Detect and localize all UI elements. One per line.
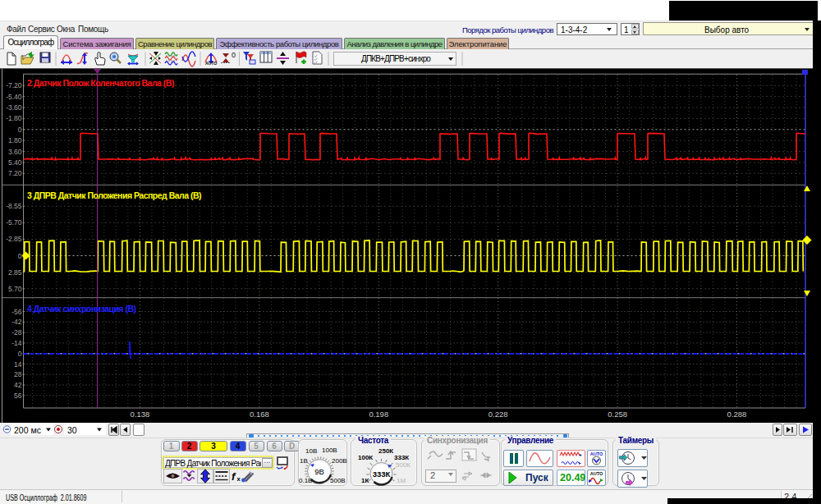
svg-text:-5.40: -5.40 [6,93,22,101]
svg-text:-56: -56 [11,308,22,316]
svg-text:0: 0 [18,252,22,260]
svg-text:500К: 500К [396,461,410,469]
svg-text:42: 42 [14,381,22,389]
svg-text:1М: 1М [397,477,406,484]
svg-text:3 ДПРВ Датчик Положения Распре: 3 ДПРВ Датчик Положения Распред Вала (В) [27,190,201,200]
svg-text:100К: 100К [358,454,373,461]
svg-text:0.138: 0.138 [131,410,150,419]
svg-text:-2.85: -2.85 [6,235,22,243]
svg-text:1.80: 1.80 [8,136,22,144]
svg-text:-14: -14 [11,339,22,347]
svg-text:200В: 200В [332,457,347,465]
svg-text:100В: 100В [322,447,337,454]
svg-text:-7.20: -7.20 [6,81,22,89]
svg-text:0.1В: 0.1В [299,477,312,484]
svg-text:2 Датчик Полож Коленчатого Вал: 2 Датчик Полож Коленчатого Вала (В) [27,78,174,88]
svg-text:1К: 1К [361,477,369,484]
svg-text:250К: 250К [378,447,393,455]
svg-text:-1.80: -1.80 [6,114,22,122]
svg-text:x: x [237,475,241,483]
svg-text:AUTO: AUTO [205,61,217,66]
svg-text:-28: -28 [11,328,22,337]
svg-text:333К: 333К [394,454,409,461]
svg-text:500В: 500В [330,477,346,484]
svg-text:10В: 10В [305,447,317,455]
svg-text:f: f [232,470,236,483]
svg-text:0.258: 0.258 [608,410,627,419]
svg-text:-8.55: -8.55 [6,202,22,210]
svg-text:0.198: 0.198 [369,410,388,419]
svg-text:14: 14 [14,360,22,369]
svg-text:7.20: 7.20 [8,169,22,177]
svg-text:2.85: 2.85 [8,268,22,277]
svg-text:AUTO: AUTO [590,471,603,476]
svg-text:0: 0 [18,350,22,358]
svg-text:0: 0 [232,51,236,59]
svg-text:3.60: 3.60 [8,148,22,156]
svg-text:9В: 9В [314,467,324,476]
svg-text:0.168: 0.168 [250,410,269,419]
svg-text:0: 0 [18,126,22,134]
svg-text:-5.70: -5.70 [6,218,22,227]
svg-text:AUTO: AUTO [590,451,603,456]
svg-text:1В: 1В [300,457,308,465]
svg-text:0.228: 0.228 [488,410,508,419]
svg-text:5.70: 5.70 [8,285,22,293]
svg-text:0.288: 0.288 [727,410,747,419]
svg-text:28: 28 [14,370,22,378]
svg-text:56: 56 [14,392,22,400]
svg-text:4 Датчик синхронизация (В): 4 Датчик синхронизация (В) [27,304,136,314]
svg-text:-3.60: -3.60 [6,103,22,112]
svg-text:333К: 333К [373,470,391,479]
svg-text:-42: -42 [11,318,22,326]
svg-text:2: 2 [430,470,435,480]
svg-text:5.40: 5.40 [8,158,22,167]
